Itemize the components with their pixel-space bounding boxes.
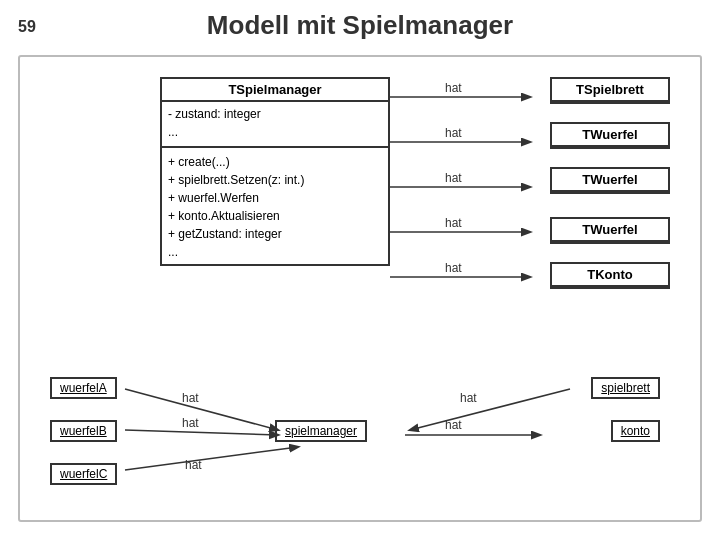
method-spielbrett: + spielbrett.Setzen(z: int.) [168,171,382,189]
svg-line-12 [410,389,570,430]
attr-zustand: - zustand: integer [168,105,382,123]
page-title: Modell mit Spielmanager [0,10,720,41]
class-spielmanager-methods: + create(...) + spielbrett.Setzen(z: int… [162,150,388,264]
method-create: + create(...) [168,153,382,171]
class-tspielbrett: TSpielbrett [550,77,670,104]
svg-text:hat: hat [182,416,199,430]
method-dots: ... [168,243,382,261]
obj-wuerfelc: wuerfelC [50,463,117,485]
page: 59 Modell mit Spielmanager TSpielmanager… [0,0,720,540]
object-diagram: wuerfelA spielbrett wuerfelB spielmanage… [30,367,690,510]
class-tkonto: TKonto [550,262,670,289]
svg-text:hat: hat [182,391,199,405]
class-twuerfel-2: TWuerfel [550,167,670,194]
class-tspielbrett-header: TSpielbrett [552,79,668,102]
class-twuerfel-2-header: TWuerfel [552,169,668,192]
class-twuerfel-1: TWuerfel [550,122,670,149]
class-tkonto-header: TKonto [552,264,668,287]
obj-konto: konto [611,420,660,442]
method-getzustand: + getZustand: integer [168,225,382,243]
class-spielmanager-attrs: - zustand: integer ... [162,102,388,144]
svg-text:hat: hat [185,458,202,472]
svg-text:hat: hat [445,171,462,185]
class-twuerfel-3: TWuerfel [550,217,670,244]
svg-text:hat: hat [460,391,477,405]
svg-line-14 [125,430,278,435]
obj-wuerfela: wuerfelA [50,377,117,399]
class-divider [162,146,388,148]
content-area: TSpielmanager - zustand: integer ... + c… [18,55,702,522]
svg-text:hat: hat [445,418,462,432]
class-twuerfel-1-header: TWuerfel [552,124,668,147]
obj-wuerfelb: wuerfelB [50,420,117,442]
svg-text:hat: hat [445,216,462,230]
attr-dots1: ... [168,123,382,141]
obj-spielmanager: spielmanager [275,420,367,442]
svg-text:hat: hat [445,261,462,275]
method-konto: + konto.Aktualisieren [168,207,382,225]
method-wuerfel: + wuerfel.Werfen [168,189,382,207]
class-spielmanager: TSpielmanager - zustand: integer ... + c… [160,77,390,266]
class-twuerfel-3-header: TWuerfel [552,219,668,242]
class-spielmanager-header: TSpielmanager [162,79,388,102]
svg-text:hat: hat [445,126,462,140]
svg-line-18 [125,447,298,470]
svg-line-10 [125,389,278,430]
svg-text:hat: hat [445,81,462,95]
uml-diagram: TSpielmanager - zustand: integer ... + c… [100,67,680,357]
obj-spielbrett: spielbrett [591,377,660,399]
